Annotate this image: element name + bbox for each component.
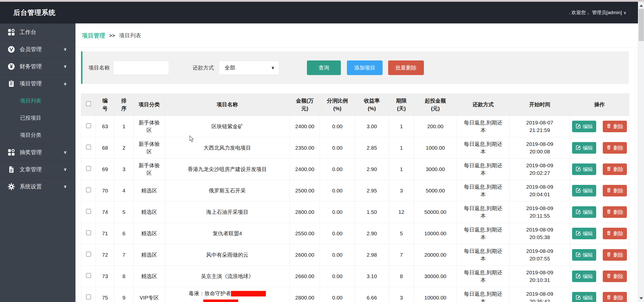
breadcrumb-section[interactable]: 项目管理 — [82, 32, 105, 40]
article-icon — [8, 166, 16, 173]
edit-button[interactable]: 编辑 — [572, 228, 596, 239]
cell-min: 5000.00 — [414, 180, 457, 202]
row-checkbox[interactable] — [86, 294, 91, 299]
delete-button[interactable]: 删除 — [603, 185, 627, 196]
vertical-scrollbar[interactable] — [638, 2, 644, 302]
cell-sort: 7 — [114, 244, 134, 266]
select-all-checkbox[interactable] — [86, 101, 91, 106]
breadcrumb: 项目管理 >> 项目列表 — [75, 23, 638, 48]
user-menu[interactable]: . 欢迎您， 管理员[admin] ∨ — [569, 9, 626, 16]
cell-start: 2019-08-09 20:10:31 — [510, 266, 570, 287]
cell-start: 2019-08-09 20:02:27 — [510, 159, 570, 180]
column-header-actions: 操作 — [570, 94, 629, 116]
project-name-input[interactable] — [113, 61, 169, 75]
cell-share: 0.00 — [320, 180, 355, 202]
trash-icon — [606, 123, 611, 130]
cell-repay: 每日返息,到期还 本 — [457, 180, 510, 202]
delete-button[interactable]: 删除 — [603, 249, 627, 261]
row-checkbox[interactable] — [86, 187, 91, 192]
cell-check — [81, 137, 96, 159]
sidebar-item-5[interactable]: 文章管理∨ — [0, 161, 75, 178]
batch-delete-button[interactable]: 批量删除 — [388, 60, 424, 75]
cell-sort: 2 — [114, 137, 134, 159]
column-header-amount: 金额(万 元) — [290, 94, 320, 116]
trash-icon — [606, 273, 611, 280]
cell-rate: 3.10 — [355, 266, 389, 287]
edit-icon — [576, 230, 581, 237]
sidebar-item-label: 工作台 — [20, 28, 36, 36]
delete-button[interactable]: 删除 — [603, 121, 627, 132]
delete-button[interactable]: 删除 — [603, 292, 627, 302]
cell-check — [81, 116, 96, 137]
cell-category: 精选区 — [134, 266, 165, 287]
edit-icon — [576, 123, 581, 130]
scrollbar-thumb[interactable] — [639, 9, 644, 41]
row-checkbox[interactable] — [86, 145, 91, 150]
column-header-days: 期限 (天) — [389, 94, 414, 116]
table-row: 727精选区风中有朵雨做的云2600.000.002.98720000.00每日… — [81, 244, 629, 266]
cell-amount: 2660.00 — [290, 266, 320, 287]
dashboard-icon — [8, 28, 16, 36]
sidebar-item-1[interactable]: 会员管理∨ — [0, 41, 75, 58]
column-header-category: 项目分类 — [134, 94, 165, 116]
column-header-rate: 收益率 (%) — [355, 94, 389, 116]
cell-rate: 2.95 — [355, 180, 389, 202]
scroll-up-arrow-icon[interactable] — [638, 2, 644, 9]
sidebar-subitem-2[interactable]: 项目分类 — [0, 126, 75, 144]
cell-check — [81, 159, 96, 180]
cell-id: 72 — [96, 244, 114, 266]
row-checkbox[interactable] — [86, 230, 91, 235]
settings-icon — [8, 183, 16, 190]
scroll-down-arrow-icon[interactable] — [638, 295, 644, 301]
cell-name: 毒液：致命守护者 — [165, 287, 290, 302]
delete-button[interactable]: 删除 — [603, 271, 627, 282]
repay-method-select[interactable]: 全部 ∨ — [219, 61, 279, 75]
row-checkbox[interactable] — [86, 166, 91, 171]
delete-button[interactable]: 删除 — [603, 228, 627, 239]
cell-category: 精选区 — [134, 180, 165, 202]
edit-button[interactable]: 编辑 — [572, 206, 596, 218]
cell-days: 1 — [389, 116, 414, 137]
cell-actions: 编辑删除 — [570, 180, 629, 202]
edit-button[interactable]: 编辑 — [572, 121, 596, 132]
trash-icon — [606, 230, 611, 237]
breadcrumb-separator: >> — [109, 33, 115, 39]
sidebar-item-0[interactable]: 工作台 — [0, 24, 75, 41]
cell-actions: 编辑删除 — [570, 287, 629, 302]
edit-button[interactable]: 编辑 — [572, 292, 596, 302]
edit-button[interactable]: 编辑 — [572, 163, 596, 175]
sidebar-item-label: 文章管理 — [20, 166, 42, 173]
edit-button[interactable]: 编辑 — [572, 185, 596, 196]
edit-button[interactable]: 编辑 — [572, 249, 596, 261]
row-checkbox[interactable] — [86, 123, 91, 128]
query-button[interactable]: 查询 — [307, 60, 341, 75]
cell-rate: 3.00 — [355, 116, 389, 137]
delete-button[interactable]: 删除 — [603, 206, 627, 218]
breadcrumb-current: 项目列表 — [119, 32, 141, 39]
chevron-down-icon: ∨ — [63, 64, 67, 69]
cell-start: 2019-08-09 20:04:01 — [510, 180, 570, 202]
edit-icon — [576, 145, 581, 151]
delete-button[interactable]: 删除 — [603, 163, 627, 175]
sidebar-item-2[interactable]: 财务管理∨ — [0, 58, 75, 75]
add-project-button[interactable]: 添加项目 — [347, 60, 383, 75]
cell-share: 0.00 — [320, 202, 355, 223]
cell-start: 2019-08-07 21:21:59 — [510, 116, 570, 137]
sidebar-item-3[interactable]: 项目管理∧ — [0, 75, 75, 92]
sidebar-subitem-1[interactable]: 已投项目 — [0, 109, 75, 126]
row-checkbox[interactable] — [86, 209, 91, 214]
edit-button[interactable]: 编辑 — [572, 271, 596, 282]
delete-button[interactable]: 删除 — [603, 142, 627, 154]
column-header-repay: 还款方式 — [457, 94, 510, 116]
sidebar-item-6[interactable]: 系统设置∨ — [0, 178, 75, 195]
edit-button[interactable]: 编辑 — [572, 142, 596, 154]
sidebar-item-4[interactable]: 抽奖管理∨ — [0, 144, 75, 161]
cell-share: 0.00 — [320, 223, 355, 244]
table-row: 631新手体验 区区块链紫金矿2400.000.003.001200.00每日返… — [81, 116, 629, 137]
table-row: 745精选区海上石油开采项目2800.000.001.501250000.00每… — [81, 202, 629, 223]
cell-amount: 2600.00 — [290, 244, 320, 266]
row-checkbox[interactable] — [86, 273, 91, 278]
table-body: 631新手体验 区区块链紫金矿2400.000.003.001200.00每日返… — [81, 116, 629, 302]
row-checkbox[interactable] — [86, 252, 91, 257]
sidebar-subitem-0[interactable]: 项目列表 — [0, 92, 75, 109]
